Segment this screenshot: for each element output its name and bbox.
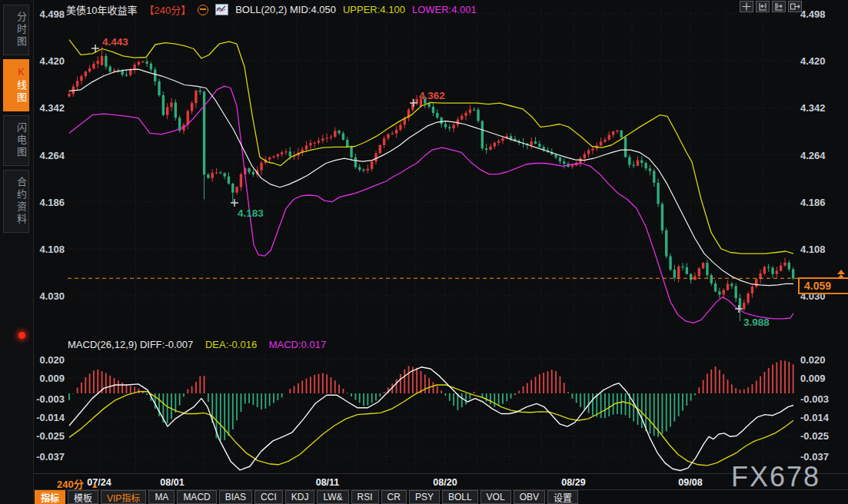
candle-body: [714, 284, 717, 292]
candle-body: [653, 171, 655, 183]
candle-body: [68, 94, 70, 96]
sidebar-tab-1[interactable]: 分时图: [3, 5, 29, 55]
candle-body: [489, 147, 491, 150]
trading-app-window: 4.4984.4984.4204.4204.3424.3424.2644.264…: [0, 0, 848, 504]
candle-body: [272, 156, 274, 157]
toolbar-item-14[interactable]: VOL: [481, 490, 511, 504]
candle-body: [710, 275, 713, 284]
candle-body: [395, 130, 397, 134]
candle-body: [358, 167, 361, 170]
candle-body: [391, 134, 394, 134]
candle-body: [354, 158, 357, 167]
candle-body: [252, 172, 254, 174]
candle-body: [788, 263, 790, 270]
x-axis-label: 09/08: [678, 477, 702, 488]
sidebar-tab-4[interactable]: 合约资料: [3, 170, 29, 233]
candle-body: [162, 95, 165, 115]
candle-body: [248, 168, 250, 172]
pan-left-icon[interactable]: [756, 1, 770, 12]
toolbar-item-2[interactable]: 模板: [68, 490, 98, 504]
pan-right-icon[interactable]: [772, 1, 786, 12]
y-axis-label: 4.420: [39, 55, 65, 67]
toolbar-item-4[interactable]: MA: [148, 490, 175, 504]
toolbar-item-1[interactable]: 指标: [35, 490, 65, 504]
sidebar-tabs: 分时图K线图闪电图合约资料: [2, 5, 30, 237]
indicator-toolbar: 指标模板VIP指标MAMACDBIASCCIKDJLW&RSICRPSYBOLL…: [35, 490, 578, 504]
y-axis-label: 4.264: [800, 150, 826, 161]
period-selector-label: 240分: [57, 479, 84, 490]
candle-body: [76, 81, 78, 86]
candle-body: [501, 138, 504, 141]
candle-body: [669, 257, 671, 270]
candle-body: [80, 76, 82, 81]
toolbar-item-10[interactable]: RSI: [351, 490, 379, 504]
sidebar-tab-3[interactable]: 闪电图: [3, 115, 29, 166]
candle-body: [763, 267, 766, 274]
candle-body: [97, 61, 99, 64]
candle-body: [235, 187, 238, 192]
candle-body: [751, 287, 753, 293]
candle-body: [342, 133, 344, 139]
y-axis-label: 0.009: [800, 373, 826, 384]
boll-upper-label: UPPER:4.100: [343, 4, 405, 15]
candle-body: [644, 163, 647, 168]
toolbar-item-9[interactable]: LW&: [317, 490, 348, 504]
toolbar-item-7[interactable]: CCI: [254, 490, 283, 504]
candle-body: [367, 169, 369, 171]
candle-body: [383, 138, 385, 145]
candle-body: [305, 145, 308, 149]
toolbar-item-3[interactable]: VIP指标: [101, 490, 146, 504]
candle-body: [334, 131, 336, 137]
toolbar-item-12[interactable]: PSY: [409, 490, 440, 504]
candle-body: [608, 135, 610, 140]
candle-body: [277, 154, 279, 157]
watermark-logo: FX678: [731, 461, 820, 493]
candle-body: [338, 131, 340, 133]
candle-body: [175, 102, 177, 118]
y-axis-label: 4.420: [800, 55, 826, 67]
exit-view-icon[interactable]: [788, 1, 802, 12]
candle-body: [686, 267, 688, 274]
toolbar-item-13[interactable]: BOLL: [442, 490, 478, 504]
candle-body: [129, 70, 131, 75]
candle-body: [158, 81, 160, 95]
candle-body: [571, 165, 574, 167]
candle-body: [231, 184, 234, 193]
toolbar-item-11[interactable]: CR: [381, 490, 407, 504]
candle-body: [755, 279, 757, 287]
toolbar-item-5[interactable]: MACD: [177, 490, 216, 504]
candle-body: [477, 110, 479, 121]
sidebar-tab-2[interactable]: K线图: [3, 59, 29, 111]
candle-body: [767, 267, 770, 267]
period-tag[interactable]: 【240分】: [144, 2, 191, 17]
toolbar-item-8[interactable]: KDJ: [285, 490, 315, 504]
candle-body: [436, 113, 438, 118]
candle-body: [747, 293, 749, 303]
candle-body: [584, 154, 586, 158]
crosshair-tool-icon[interactable]: [740, 1, 753, 12]
candle-body: [481, 121, 484, 148]
candle-body: [657, 183, 659, 204]
arrow-up-icon: [837, 270, 845, 274]
toolbar-item-16[interactable]: 设置: [547, 490, 578, 504]
y-axis-label: 4.186: [39, 197, 65, 208]
y-axis-label: 4.498: [800, 8, 826, 20]
x-axis-label: 08/29: [561, 477, 585, 488]
candle-body: [284, 151, 287, 152]
toolbar-item-15[interactable]: OBV: [514, 490, 545, 504]
toolbar-item-6[interactable]: BIAS: [219, 490, 252, 504]
candle-body: [199, 91, 201, 92]
chart-canvas[interactable]: 4.4984.4984.4204.4204.3424.3424.2644.264…: [0, 0, 848, 504]
candle-body: [195, 91, 197, 103]
candle-body: [771, 268, 773, 274]
candle-body: [637, 161, 639, 166]
indicator-chart-icon[interactable]: [215, 4, 228, 15]
period-menu-icon[interactable]: [198, 5, 208, 15]
y-axis-label: 4.264: [39, 150, 65, 161]
candle-body: [649, 168, 651, 171]
candle-body: [690, 274, 692, 280]
candle-body: [640, 161, 643, 163]
candle-body: [780, 266, 782, 271]
candle-body: [587, 151, 590, 154]
candle-body: [494, 143, 496, 147]
